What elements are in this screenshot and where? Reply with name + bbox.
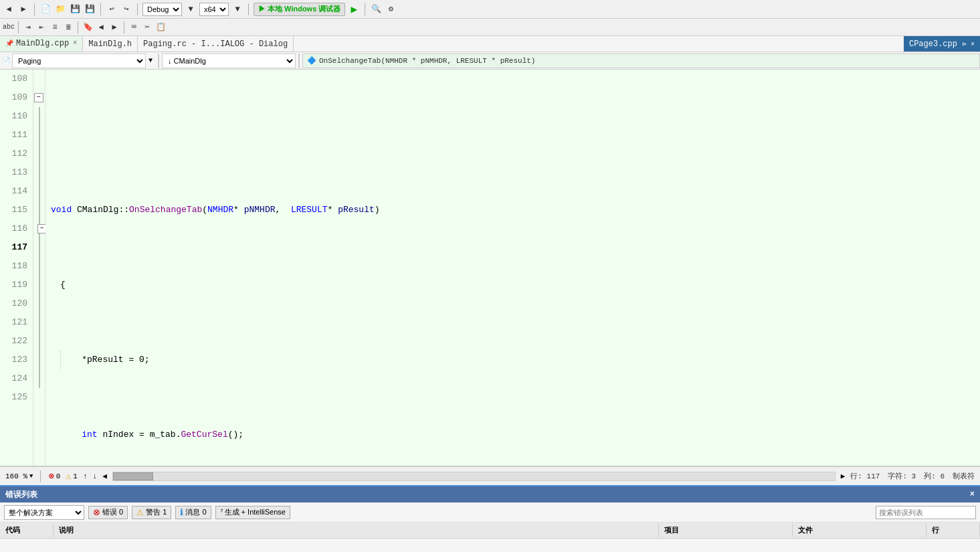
error-table-header: 代码 说明 项目 文件 行 [0, 523, 980, 539]
ln-111: 111 [5, 126, 27, 145]
warn-count-btn[interactable]: ⚠ 警告 1 [132, 506, 171, 519]
status-bar: 160 % ▼ ⊗ 0 ⚠ 1 ↑ ↓ ◀ ▶ 行: 117 字符: 3 列: … [0, 466, 980, 485]
method-name: OnSelchangeTab(NMHDR * pNMHDR, LRESULT *… [319, 57, 535, 65]
zoom-arrow[interactable]: ▼ [29, 473, 33, 480]
run-button[interactable]: ▶ 本地 Windows 调试器 [254, 3, 345, 16]
tab-pin-icon: 📌 [5, 39, 13, 48]
intellisense-btn[interactable]: ⁷ 生成 + IntelliSense [215, 506, 290, 519]
tab-cpage3cpp[interactable]: CPage3.cpp ⊳ × [904, 36, 980, 52]
info-btn-label: 消息 0 [185, 507, 206, 517]
error-panel-close[interactable]: × [970, 490, 975, 499]
code-line-109: void CMainDlg::OnSelchangeTab(NMHDR* pNM… [51, 201, 975, 219]
saveall-icon[interactable]: 💾 [84, 3, 96, 15]
class-dropdown[interactable]: ↓ CMainDlg [162, 54, 296, 68]
ln-108: 108 [5, 70, 27, 88]
tab-maindlgcpp[interactable]: 📌 MainDlg.cpp × [0, 36, 83, 52]
format-icon[interactable]: ⌨ [128, 21, 140, 33]
align-icon[interactable]: ≡ [49, 21, 61, 33]
toolbar-row2: abc ⇥ ⇤ ≡ ≣ 🔖 ◀ ▶ ⌨ ✂ 📋 [0, 19, 980, 36]
nav-up[interactable]: ↑ [83, 472, 88, 480]
ln-112: 112 [5, 145, 27, 163]
info-btn-icon: ℹ [180, 507, 183, 517]
editor-tab-bar: 📌 MainDlg.cpp × MainDlg.h Paging.rc - I.… [0, 36, 980, 52]
fold-109[interactable]: − [33, 88, 45, 107]
redo-icon[interactable]: ↪ [120, 3, 132, 15]
code-line-108 [51, 126, 975, 145]
horizontal-scrollbar[interactable] [112, 472, 836, 481]
scrollbar-thumb[interactable] [113, 472, 153, 480]
nav-right[interactable]: ▶ [841, 472, 846, 480]
ln-109: 109 [5, 88, 27, 107]
warn-btn-label: 警告 1 [146, 507, 167, 517]
scope-dropdown[interactable]: Paging [12, 54, 146, 68]
search-icon[interactable]: 🔍 [370, 3, 382, 15]
sep1 [34, 3, 35, 15]
sep4 [248, 3, 249, 15]
fold-125 [33, 388, 45, 407]
debug-config-select[interactable]: Debug [142, 3, 182, 16]
cut-icon[interactable]: ✂ [141, 21, 153, 33]
code-line-110: { [51, 276, 975, 294]
bookmark-icon[interactable]: 🔖 [82, 21, 94, 33]
zoom-control[interactable]: 160 % ▼ [5, 472, 33, 480]
nav-down[interactable]: ↓ [93, 472, 98, 480]
paging-icon: 📄 [0, 57, 12, 65]
indent-icon[interactable]: ⇥ [22, 21, 34, 33]
fold-118 [39, 257, 45, 276]
warning-status[interactable]: ⚠ 1 [66, 471, 77, 482]
run-icon[interactable]: ▶ [348, 3, 360, 15]
undo-icon[interactable]: ↩ [106, 3, 118, 15]
text-icon[interactable]: abc [3, 21, 15, 33]
error-count-btn[interactable]: ⊗ 错误 0 [88, 506, 128, 519]
fold-124 [39, 369, 45, 388]
tab-pagingrc[interactable]: Paging.rc - I...IALOG - Dialog [138, 36, 294, 52]
sep6 [18, 21, 19, 33]
error-scope-filter[interactable]: 整个解决方案 [4, 505, 84, 520]
arch-select[interactable]: x64 [199, 3, 229, 16]
brace-open: { [60, 276, 66, 294]
col-project: 项目 [659, 524, 793, 537]
position-info: 行: 117 字符: 3 列: 6 制表符 [850, 471, 975, 481]
sep7 [78, 21, 78, 33]
bk-next-icon[interactable]: ▶ [108, 21, 120, 33]
align2-icon[interactable]: ≣ [62, 21, 74, 33]
error-panel: 错误列表 × 整个解决方案 ⊗ 错误 0 ⚠ 警告 1 ℹ 消息 0 ⁷ 生成 … [0, 485, 980, 552]
tab-maindlgcpp-label: MainDlg.cpp [16, 39, 69, 48]
nav-sep [158, 54, 159, 68]
nav-left[interactable]: ◀ [102, 472, 107, 480]
ln-120: 120 [5, 294, 27, 313]
status-sep1 [40, 470, 41, 482]
forward-icon[interactable]: ▶ [17, 3, 29, 15]
new-icon[interactable]: 📄 [39, 3, 52, 15]
func-method: OnSelchangeTab [129, 201, 202, 219]
bk-prev-icon[interactable]: ◀ [95, 21, 107, 33]
save-icon[interactable]: 💾 [69, 3, 81, 15]
back-icon[interactable]: ◀ [3, 3, 15, 15]
param-presult: pResult [338, 201, 375, 219]
tab-spacer [294, 36, 904, 52]
fold-116[interactable]: − [39, 219, 45, 238]
ln-122: 122 [5, 332, 27, 351]
sep3 [137, 3, 138, 15]
fold-121 [39, 313, 45, 332]
fold-120 [39, 294, 45, 313]
col-file: 文件 [793, 524, 926, 537]
error-icon: ⊗ [48, 470, 54, 482]
tab-maindlgcpp-close[interactable]: × [73, 39, 77, 47]
sep5 [365, 3, 365, 15]
info-count-btn[interactable]: ℹ 消息 0 [175, 506, 211, 519]
fold-119 [39, 276, 45, 294]
error-status[interactable]: ⊗ 0 [48, 470, 60, 482]
arch-arrow[interactable]: ▼ [231, 3, 243, 15]
tab-cpage3cpp-close[interactable]: ⊳ × [963, 40, 975, 48]
outdent-icon[interactable]: ⇤ [35, 21, 47, 33]
paste-icon[interactable]: 📋 [155, 21, 167, 33]
debug-config-arrow[interactable]: ▼ [185, 3, 197, 15]
settings-icon[interactable]: ⚙ [385, 3, 397, 15]
fold-108 [33, 70, 45, 88]
error-search-input[interactable] [876, 506, 976, 519]
tab-maindlgh[interactable]: MainDlg.h [83, 36, 138, 52]
fold-109-icon[interactable]: − [34, 93, 43, 102]
open-icon[interactable]: 📁 [54, 3, 66, 15]
code-editor[interactable]: void CMainDlg::OnSelchangeTab(NMHDR* pNM… [45, 70, 980, 466]
